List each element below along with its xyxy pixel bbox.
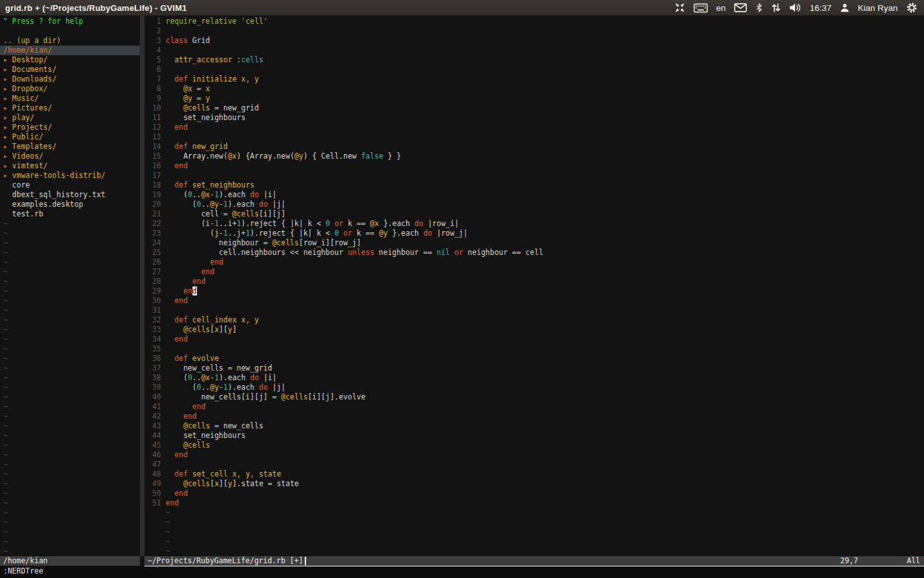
tree-dir-item[interactable]: ▸ Dropbox/ (0, 84, 140, 94)
code-line[interactable]: 17 (144, 171, 924, 180)
volume-icon[interactable] (789, 3, 801, 13)
code-line[interactable]: 13 (144, 132, 924, 142)
code-line[interactable]: 44 set_neighbours (144, 431, 924, 441)
code-line[interactable]: 12 end (144, 123, 924, 132)
tree-dir-item[interactable]: ▸ Music/ (0, 94, 140, 103)
code-line[interactable]: 33 @cells[x][y] (144, 325, 924, 335)
tree-empty-line-tilde: ~ (0, 277, 140, 286)
tree-file-item[interactable]: examples.desktop (0, 200, 140, 209)
code-line[interactable]: 31 (144, 306, 924, 315)
code-line[interactable]: 28 end (144, 277, 924, 286)
code-text: end (166, 489, 188, 498)
tree-dir-item[interactable]: ▸ vimtest/ (0, 161, 140, 171)
code-line[interactable]: 43 @cells = new_cells (144, 421, 924, 431)
code-line[interactable]: 30 end (144, 296, 924, 306)
code-line[interactable]: 21 cell = @cells[i][j] (144, 209, 924, 219)
code-line[interactable]: 27 end (144, 267, 924, 277)
code-line[interactable]: 8 @x = x (144, 84, 924, 94)
code-line[interactable]: 23 (j-1..j+1).reject { |k| k < 0 or k ==… (144, 229, 924, 238)
editor-empty-line: ~ (144, 537, 924, 547)
clock[interactable]: 16:37 (810, 3, 832, 13)
code-line[interactable]: 2 (144, 26, 924, 36)
statusline-gap (140, 556, 144, 566)
code-line[interactable]: 1require_relative 'cell' (144, 17, 924, 26)
tree-dir-item[interactable]: ▸ Projects/ (0, 123, 140, 132)
tree-dir-label: play/ (12, 113, 35, 122)
code-line[interactable]: 26 end (144, 258, 924, 267)
code-line[interactable]: 49 @cells[x][y].state = state (144, 479, 924, 489)
dropbox-icon[interactable] (674, 3, 685, 13)
username[interactable]: Kian Ryan (858, 3, 898, 13)
code-line[interactable]: 39 (0..@y-1).each do |j| (144, 383, 924, 392)
code-text: end (166, 161, 188, 171)
code-line[interactable]: 22 (i-1..i+1).reject { |k| k < 0 or k ==… (144, 219, 924, 229)
tree-file-item[interactable]: dbext_sql_history.txt (0, 190, 140, 200)
command-line[interactable]: :NERDTree (0, 566, 924, 576)
tree-dir-item[interactable]: ▸ Pictures/ (0, 103, 140, 113)
editor-panel[interactable]: 1require_relative 'cell'23class Grid45 a… (144, 15, 924, 556)
code-line[interactable]: 34 end (144, 335, 924, 344)
code-line[interactable]: 11 set_neighbours (144, 113, 924, 123)
code-line[interactable]: 40 new_cells[i][j] = @cells[i][j].evolve (144, 392, 924, 402)
nerdtree-root-row[interactable]: /home/kian/ (0, 46, 140, 55)
tree-file-label: examples.desktop (3, 200, 83, 209)
keyboard-layout-label[interactable]: en (716, 3, 726, 13)
code-line[interactable]: 38 (0..@x-1).each do |i| (144, 373, 924, 383)
code-text: end (166, 498, 179, 508)
code-line[interactable]: 5 attr_accessor :cells (144, 55, 924, 65)
tree-dir-item[interactable]: ▸ vmware-tools-distrib/ (0, 171, 140, 180)
code-line[interactable]: 25 cell.neighbours << neighbour unless n… (144, 248, 924, 258)
gear-icon[interactable] (906, 2, 918, 13)
line-number: 35 (144, 344, 161, 354)
code-line[interactable]: 6 (144, 65, 924, 74)
code-line[interactable]: 48 def set_cell x, y, state (144, 469, 924, 479)
code-line[interactable]: 29 end (144, 286, 924, 296)
code-line[interactable]: 10 @cells = new_grid (144, 103, 924, 113)
tree-dir-item[interactable]: ▸ Public/ (0, 132, 140, 142)
code-line[interactable]: 50 end (144, 489, 924, 498)
tree-dir-item[interactable]: ▸ Downloads/ (0, 74, 140, 84)
code-line[interactable]: 3class Grid (144, 36, 924, 46)
code-line[interactable]: 32 def cell_index x, y (144, 315, 924, 325)
network-arrows-icon[interactable] (771, 3, 781, 13)
tree-dir-item[interactable]: ▸ Videos/ (0, 152, 140, 161)
tree-dir-item[interactable]: ▸ Desktop/ (0, 55, 140, 65)
editor-statusline: ~/Projects/RubyGameLife/grid.rb [+] 29,7… (144, 556, 924, 566)
code-line[interactable]: 35 (144, 344, 924, 354)
code-line[interactable]: 9 @y = y (144, 94, 924, 103)
tree-file-item[interactable]: test.rb (0, 209, 140, 219)
code-line[interactable]: 7 def initialize x, y (144, 74, 924, 84)
code-line[interactable]: 24 neighbour = @cells[row_i][row_j] (144, 238, 924, 248)
mail-icon[interactable] (734, 3, 747, 12)
code-line[interactable]: 36 def evolve (144, 354, 924, 363)
code-text: require_relative 'cell' (166, 17, 268, 26)
code-line[interactable]: 51end (144, 498, 924, 508)
tree-empty-line-tilde: ~ (0, 335, 140, 344)
code-text: def new_grid (166, 142, 228, 152)
tree-dir-item[interactable]: ▸ Templates/ (0, 142, 140, 152)
code-line[interactable]: 16 end (144, 161, 924, 171)
keyboard-icon[interactable] (694, 3, 708, 13)
bluetooth-icon[interactable] (755, 3, 763, 13)
code-line[interactable]: 15 Array.new(@x) {Array.new(@y) { Cell.n… (144, 152, 924, 161)
top-panel: grid.rb + (~/Projects/RubyGameLife) - GV… (0, 0, 924, 15)
code-text: end (166, 412, 196, 421)
tree-dir-item[interactable]: ▸ play/ (0, 113, 140, 123)
code-line[interactable]: 41 end (144, 402, 924, 412)
tree-file-item[interactable]: core (0, 180, 140, 190)
code-line[interactable]: 42 end (144, 412, 924, 421)
code-line[interactable]: 45 @cells (144, 441, 924, 450)
statusline-ruler: 29,7 (841, 556, 859, 566)
nerdtree-up-dir[interactable]: .. (up a dir) (0, 36, 140, 46)
user-icon[interactable] (840, 3, 850, 13)
code-line[interactable]: 20 (0..@y-1).each do |j| (144, 200, 924, 209)
code-line[interactable]: 18 def set_neighbours (144, 180, 924, 190)
code-line[interactable]: 19 (0..@x-1).each do |i| (144, 190, 924, 200)
code-line[interactable]: 14 def new_grid (144, 142, 924, 152)
code-line[interactable]: 37 new_cells = new_grid (144, 363, 924, 373)
tree-dir-item[interactable]: ▸ Documents/ (0, 65, 140, 74)
code-line[interactable]: 4 (144, 46, 924, 55)
code-line[interactable]: 46 end (144, 450, 924, 460)
window-separator[interactable] (140, 15, 144, 556)
code-line[interactable]: 47 (144, 460, 924, 469)
